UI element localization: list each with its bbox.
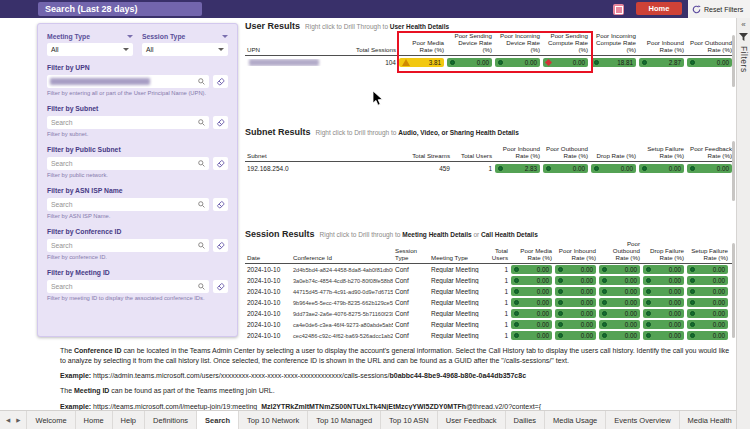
column-header[interactable]: Poor Incoming Compute Rate (%): [591, 33, 639, 54]
rate-cell: 0.00: [599, 331, 643, 340]
filter-groups: Filter by UPN: [47, 64, 228, 302]
report-tab[interactable]: Top 10 ASN: [381, 411, 438, 429]
report-tab[interactable]: Media Health: [680, 411, 736, 429]
total-users-cell: 1: [479, 299, 511, 306]
report-tab[interactable]: Events Overview: [606, 411, 679, 429]
expand-filters-icon[interactable]: «: [741, 21, 745, 29]
rate-cell: 0.00: [599, 298, 643, 307]
session-type-dropdown[interactable]: All: [142, 43, 228, 56]
column-header[interactable]: Poor Media Rate (%): [511, 248, 555, 262]
column-header[interactable]: Total Sessions: [355, 47, 399, 54]
next-tab-icon[interactable]: ▶: [16, 417, 20, 423]
rate-bar: 0.00: [643, 276, 684, 285]
column-header[interactable]: Poor Inbound Rate (%): [555, 248, 599, 262]
rate-bar: 0.00: [687, 287, 728, 296]
meeting-type-dropdown[interactable]: All: [47, 43, 133, 56]
reset-filters-button[interactable]: Reset Filters: [688, 0, 750, 18]
clear-filter-button[interactable]: [213, 116, 228, 129]
ok-status-icon: [558, 300, 563, 305]
report-tab[interactable]: Dailies: [506, 411, 546, 429]
filters-pane-collapsed[interactable]: « Filters: [736, 18, 750, 429]
column-header[interactable]: Drop Failure Rate (%): [643, 248, 687, 262]
prev-tab-icon[interactable]: ◀: [6, 417, 10, 423]
search-input[interactable]: Search: [47, 198, 209, 211]
report-tab[interactable]: Welcome: [27, 411, 75, 429]
search-input[interactable]: [47, 75, 209, 88]
column-header[interactable]: Total Streams: [405, 153, 453, 160]
ok-status-icon: [602, 300, 607, 305]
column-header[interactable]: Poor Inbound Rate (%): [495, 146, 543, 160]
table-row[interactable]: 2024-10-10 3a0eb74c-4854-4cd8-b270-80f08…: [245, 275, 735, 286]
rate-cell: 0.00: [599, 276, 643, 285]
report-tab[interactable]: Home: [76, 411, 113, 429]
clear-filter-button[interactable]: [213, 280, 228, 293]
table-row[interactable]: 2024-10-10 9dd73ae2-2a6e-4076-8275-5b711…: [245, 308, 735, 319]
ok-status-icon: [690, 166, 695, 171]
search-input[interactable]: Search: [47, 239, 209, 252]
table-row[interactable]: 104 3.81 0.00 0.00 0.00 18.81 2.87 0.00: [245, 56, 735, 69]
clear-filter-button[interactable]: [213, 198, 228, 211]
column-header[interactable]: Poor Sending Device Rate (%): [447, 33, 495, 54]
clear-filter-button[interactable]: [213, 75, 228, 88]
rate-value: 0.00: [573, 59, 585, 66]
search-input[interactable]: Search: [47, 116, 209, 129]
column-header[interactable]: Poor Incoming Device Rate (%): [495, 33, 543, 54]
hint-text: Right click to Drill through to: [316, 129, 399, 136]
table-row[interactable]: 2024-10-10 cec42486-c92c-4f62-ba69-526ad…: [245, 330, 735, 341]
session-type-cell: Conf: [393, 288, 429, 295]
column-header[interactable]: Setup Failure Rate (%): [687, 248, 731, 262]
rate-bar: 0.00: [511, 309, 552, 318]
report-tab[interactable]: Top 10 Network: [239, 411, 308, 429]
column-header[interactable]: Poor Outbound Rate (%): [687, 40, 735, 54]
column-header[interactable]: Poor Outbound Rate (%): [599, 241, 643, 262]
ok-status-icon: [646, 278, 651, 283]
table-row[interactable]: 2024-10-10 2d4b5bd4-a824-4458-8da8-4ab0f…: [245, 264, 735, 275]
column-header[interactable]: Setup Failure Rate (%): [639, 146, 687, 160]
scrollbar[interactable]: [732, 35, 735, 87]
table-row[interactable]: 2024-10-10 ca4e0de6-c3ea-46f4-9273-a80ab…: [245, 319, 735, 330]
report-tab[interactable]: Top 10 Managed: [308, 411, 381, 429]
column-header[interactable]: Meeting Type: [429, 255, 479, 262]
scrollbar[interactable]: [732, 243, 735, 338]
rate-value: 0.00: [625, 310, 637, 317]
ok-status-icon: [690, 60, 695, 65]
column-header[interactable]: UPN: [245, 47, 355, 54]
column-header[interactable]: Total Users: [453, 153, 495, 160]
scrollbar[interactable]: [732, 141, 735, 201]
home-button[interactable]: Home: [636, 2, 682, 15]
column-header[interactable]: Subnet: [245, 153, 405, 160]
search-input[interactable]: Search: [47, 280, 209, 293]
rate-bar: 0.00: [511, 276, 552, 285]
clear-filter-button[interactable]: [213, 239, 228, 252]
column-header[interactable]: Session Type: [393, 248, 429, 262]
column-header[interactable]: Date: [245, 255, 291, 262]
rate-value: 0.00: [525, 59, 537, 66]
report-tab[interactable]: Search: [197, 411, 239, 429]
column-header[interactable]: Conference Id: [291, 255, 393, 262]
column-header[interactable]: Drop Rate (%): [591, 153, 639, 160]
column-header[interactable]: Poor Outbound Rate (%): [543, 146, 591, 160]
column-header[interactable]: Poor Sending Compute Rate (%): [543, 33, 591, 54]
clear-filter-button[interactable]: [213, 157, 228, 170]
table-row[interactable]: 192.168.254.0 459 1 2.83 0.00 0.00 0.00 …: [245, 162, 735, 175]
search-input[interactable]: Search: [47, 157, 209, 170]
rate-cell: 0.00: [555, 309, 599, 318]
report-tab[interactable]: Media Usage: [545, 411, 606, 429]
column-header[interactable]: Poor Feedback Rate (%): [687, 146, 735, 160]
critical-status-icon: [545, 59, 552, 66]
ok-status-icon: [646, 322, 651, 327]
rate-value: 0.00: [717, 59, 729, 66]
table-row[interactable]: 2024-10-10 9b964ee5-5ecc-479b-8235-662b1…: [245, 297, 735, 308]
column-header[interactable]: Poor Inbound Rate (%): [639, 40, 687, 54]
column-header[interactable]: Poor Media Rate (%): [399, 40, 447, 54]
column-header[interactable]: Total Users: [479, 248, 511, 262]
annotation-icon[interactable]: [613, 4, 624, 15]
report-tab[interactable]: Definitions: [145, 411, 197, 429]
total-users-cell: 1: [479, 332, 511, 339]
ok-status-icon: [602, 311, 607, 316]
reset-filters-label: Reset Filters: [704, 6, 743, 13]
report-tab[interactable]: Help: [113, 411, 145, 429]
rate-bar: 0.00: [599, 265, 640, 274]
table-row[interactable]: 2024-10-10 44715d45-477b-4c91-ad90-0d9e7…: [245, 286, 735, 297]
report-tab[interactable]: User Feedback: [438, 411, 506, 429]
